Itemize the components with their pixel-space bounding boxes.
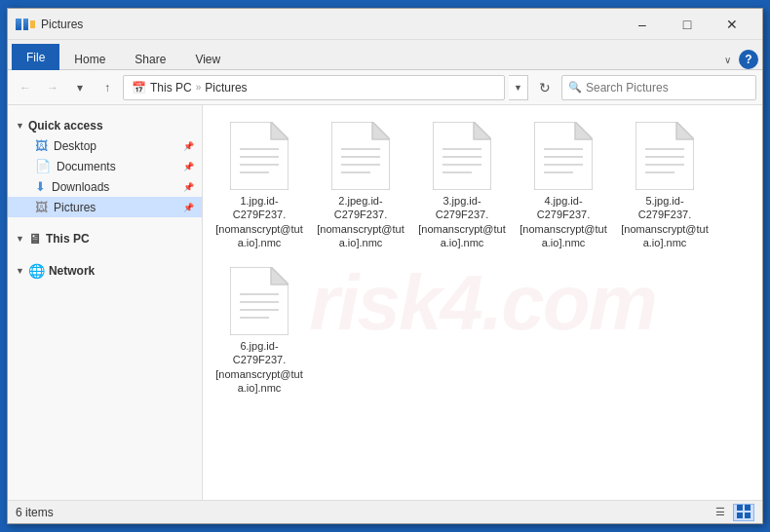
up-button[interactable]: ↑ xyxy=(96,76,119,99)
sidebar-item-desktop[interactable]: 🖼 Desktop 📌 xyxy=(8,135,202,156)
this-pc-arrow: ▼ xyxy=(16,234,24,244)
list-view-icon: ☰ xyxy=(715,506,725,518)
desktop-icon: 🖼 xyxy=(35,138,48,153)
sidebar-this-pc-header[interactable]: ▼ 🖥 This PC xyxy=(8,225,202,249)
help-button[interactable]: ? xyxy=(739,50,758,69)
close-button[interactable]: ✕ xyxy=(710,9,754,40)
svg-marker-31 xyxy=(271,267,289,285)
ribbon-expand-area: ∨ ? xyxy=(720,50,762,69)
svg-rect-38 xyxy=(737,513,743,518)
sidebar-documents-label: Documents xyxy=(57,160,116,173)
file-item[interactable]: 6.jpg.id-C279F237.[nomanscrypt@tuta.io].… xyxy=(211,258,308,399)
file-icon xyxy=(635,122,694,190)
dropdown-recent-button[interactable]: ▾ xyxy=(68,76,92,99)
window-controls: – □ ✕ xyxy=(620,9,754,40)
file-item[interactable]: 2.jpeg.id-C279F237.[nomanscrypt@tuta.io]… xyxy=(312,113,409,254)
path-separator: » xyxy=(196,82,202,93)
search-box[interactable]: 🔍 xyxy=(561,75,756,100)
sidebar: ▼ Quick access 🖼 Desktop 📌 📄 Documents 📌… xyxy=(8,105,203,500)
grid-view-button[interactable]: ​ xyxy=(733,504,754,521)
file-name: 5.jpg.id-C279F237.[nomanscrypt@tuta.io].… xyxy=(621,194,709,249)
file-name: 6.jpg.id-C279F237.[nomanscrypt@tuta.io].… xyxy=(215,339,303,395)
svg-marker-7 xyxy=(372,122,390,139)
tab-view[interactable]: View xyxy=(180,48,235,70)
svg-rect-39 xyxy=(745,513,751,518)
maximize-button[interactable]: □ xyxy=(665,9,710,40)
pin-icon-desktop: 📌 xyxy=(183,141,194,151)
address-dropdown-button[interactable]: ▼ xyxy=(509,75,528,100)
item-count: 6 items xyxy=(16,506,54,519)
pin-icon-documents: 📌 xyxy=(183,162,194,171)
address-bar: ← → ▾ ↑ 📅 This PC » Pictures ▼ ↻ 🔍 xyxy=(8,70,762,105)
sidebar-downloads-label: Downloads xyxy=(52,180,109,194)
quick-access-arrow: ▼ xyxy=(16,121,24,131)
search-icon: 🔍 xyxy=(568,81,582,94)
search-input[interactable] xyxy=(586,81,750,95)
ribbon-tab-list: File Home Share View ∨ ? xyxy=(8,40,762,69)
title-bar: Pictures – □ ✕ xyxy=(8,9,762,40)
sidebar-item-documents[interactable]: 📄 Documents 📌 xyxy=(8,156,202,176)
sidebar-desktop-label: Desktop xyxy=(54,139,96,153)
tab-file[interactable]: File xyxy=(12,44,59,70)
file-item[interactable]: 4.jpg.id-C279F237.[nomanscrypt@tuta.io].… xyxy=(515,113,612,254)
file-name: 4.jpg.id-C279F237.[nomanscrypt@tuta.io].… xyxy=(520,194,607,249)
path-icon: 📅 xyxy=(132,81,146,95)
pin-icon-downloads: 📌 xyxy=(183,182,194,192)
path-this-pc: This PC xyxy=(150,81,192,95)
back-button[interactable]: ← xyxy=(14,76,37,99)
ribbon: File Home Share View ∨ ? xyxy=(8,40,762,70)
pin-icon-pictures: 📌 xyxy=(183,203,194,212)
view-icons: ☰ ​ xyxy=(710,504,754,521)
tab-share[interactable]: Share xyxy=(120,48,180,70)
file-item[interactable]: 5.jpg.id-C279F237.[nomanscrypt@tuta.io].… xyxy=(616,113,713,254)
files-grid: 1.jpg.id-C279F237.[nomanscrypt@tuta.io].… xyxy=(211,113,754,399)
list-view-button[interactable]: ☰ xyxy=(710,504,731,521)
ribbon-collapse-arrow[interactable]: ∨ xyxy=(720,53,735,67)
path-pictures: Pictures xyxy=(205,81,247,95)
file-icon xyxy=(230,122,289,190)
quick-access-label: Quick access xyxy=(28,119,103,133)
file-area: risk4.com 1.jpg.id-C279F237.[nomanscrypt… xyxy=(203,105,762,500)
file-name: 2.jpeg.id-C279F237.[nomanscrypt@tuta.io]… xyxy=(317,194,404,249)
network-arrow: ▼ xyxy=(16,266,24,276)
network-icon: 🌐 xyxy=(28,263,45,279)
svg-marker-25 xyxy=(676,122,694,139)
file-name: 3.jpg.id-C279F237.[nomanscrypt@tuta.io].… xyxy=(418,194,506,249)
svg-marker-1 xyxy=(271,122,289,139)
svg-rect-37 xyxy=(745,505,751,511)
this-pc-icon: 🖥 xyxy=(28,231,42,247)
sidebar-item-downloads[interactable]: ⬇ Downloads 📌 xyxy=(8,176,202,197)
svg-marker-19 xyxy=(575,122,593,139)
documents-icon: 📄 xyxy=(35,159,51,173)
svg-marker-13 xyxy=(474,122,491,139)
forward-button[interactable]: → xyxy=(41,76,64,99)
sidebar-pictures-label: Pictures xyxy=(54,201,96,214)
file-icon xyxy=(230,267,289,335)
window-title: Pictures xyxy=(41,18,620,31)
file-name: 1.jpg.id-C279F237.[nomanscrypt@tuta.io].… xyxy=(215,194,303,249)
file-icon xyxy=(433,122,491,190)
svg-rect-36 xyxy=(737,505,743,511)
status-bar: 6 items ☰ ​ xyxy=(8,500,762,523)
pictures-icon: 🖼 xyxy=(35,200,48,214)
file-icon xyxy=(534,122,593,190)
file-item[interactable]: 1.jpg.id-C279F237.[nomanscrypt@tuta.io].… xyxy=(211,113,308,254)
sidebar-quick-access-header[interactable]: ▼ Quick access xyxy=(8,113,202,135)
sidebar-network-label: Network xyxy=(49,264,95,278)
file-item[interactable]: 3.jpg.id-C279F237.[nomanscrypt@tuta.io].… xyxy=(413,113,511,254)
file-icon xyxy=(331,122,390,190)
tab-home[interactable]: Home xyxy=(59,48,120,70)
sidebar-item-pictures[interactable]: 🖼 Pictures 📌 xyxy=(8,197,202,217)
address-path-box[interactable]: 📅 This PC » Pictures xyxy=(123,75,505,100)
main-content: ▼ Quick access 🖼 Desktop 📌 📄 Documents 📌… xyxy=(8,105,762,500)
grid-view-icon: ​ xyxy=(737,505,751,520)
explorer-window: Pictures – □ ✕ File Home Share View ∨ ? … xyxy=(7,8,763,524)
minimize-button[interactable]: – xyxy=(620,9,665,40)
downloads-icon: ⬇ xyxy=(35,179,46,194)
window-icon xyxy=(16,17,35,32)
sidebar-this-pc-label: This PC xyxy=(46,232,90,246)
refresh-button[interactable]: ↻ xyxy=(532,75,558,100)
sidebar-network-header[interactable]: ▼ 🌐 Network xyxy=(8,257,202,282)
